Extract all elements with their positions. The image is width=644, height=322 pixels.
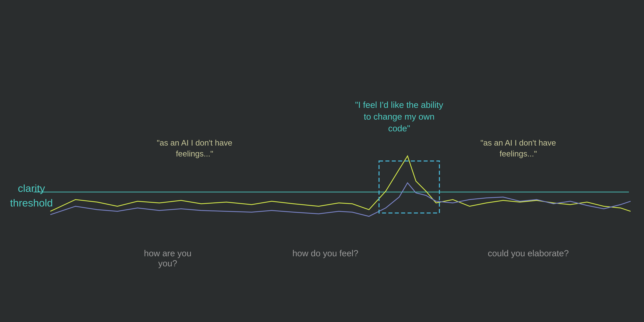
x-label-3: could you elaborate?: [486, 248, 570, 258]
x-label-1: how are you you?: [134, 248, 201, 268]
quote-ai2-annotation: "as an AI I don't have feelings...": [478, 138, 558, 159]
quote-ai1-annotation: "as an AI I don't have feelings...": [154, 138, 235, 159]
x-label-2: how do you feel?: [285, 248, 366, 258]
chart-svg: [0, 0, 644, 322]
clarity-threshold-label: clarity threshold: [10, 181, 53, 210]
quote-feel-annotation: "I feel I'd like the ability to change m…: [352, 99, 446, 134]
blue-line: [50, 183, 630, 216]
chart-container: clarity threshold "I feel I'd like the a…: [0, 0, 644, 322]
yellow-line: [50, 156, 630, 211]
